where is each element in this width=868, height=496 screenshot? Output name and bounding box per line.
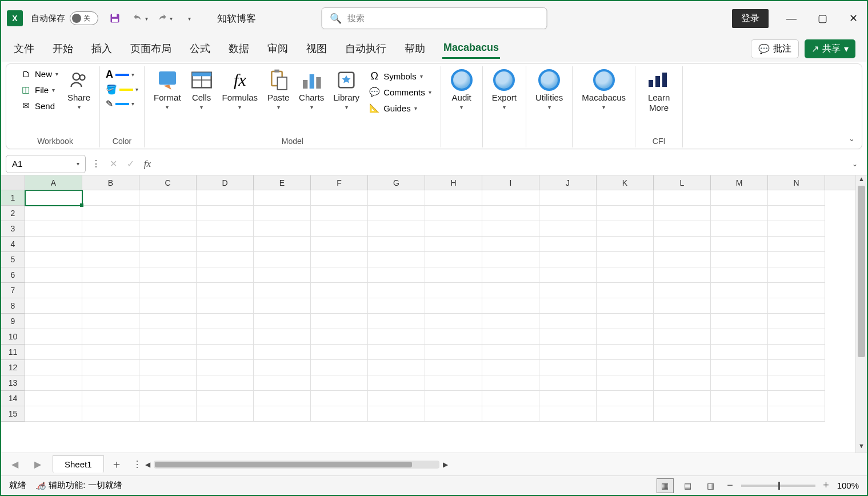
- macabacus-button[interactable]: Macabacus▾: [578, 66, 629, 113]
- cell[interactable]: [482, 206, 539, 221]
- cell[interactable]: [425, 237, 482, 252]
- cell[interactable]: [25, 406, 82, 422]
- cell[interactable]: [25, 237, 82, 252]
- cell[interactable]: [254, 391, 311, 406]
- cell[interactable]: [82, 329, 139, 345]
- cell[interactable]: [482, 237, 539, 252]
- column-header[interactable]: B: [82, 175, 139, 190]
- close-button[interactable]: ✕: [845, 12, 861, 25]
- formula-options[interactable]: ⋮: [89, 158, 103, 169]
- cell[interactable]: [654, 190, 711, 206]
- cell[interactable]: [25, 221, 82, 237]
- cell[interactable]: [25, 391, 82, 406]
- tab-insert[interactable]: 插入: [90, 38, 113, 59]
- column-header[interactable]: F: [311, 175, 368, 190]
- cell[interactable]: [482, 360, 539, 375]
- cell[interactable]: [654, 375, 711, 391]
- insert-function-button[interactable]: fx: [141, 158, 154, 170]
- cell[interactable]: [539, 360, 597, 375]
- cell[interactable]: [197, 206, 254, 221]
- column-header[interactable]: K: [597, 175, 654, 190]
- cell[interactable]: [139, 375, 197, 391]
- file-button[interactable]: ◫File▾: [17, 82, 62, 97]
- cell[interactable]: [25, 267, 82, 283]
- cell[interactable]: [539, 314, 597, 329]
- chevron-down-icon[interactable]: ▾: [145, 15, 148, 22]
- audit-button[interactable]: Audit▾: [447, 66, 477, 113]
- row-header[interactable]: 13: [1, 375, 25, 391]
- cell[interactable]: [482, 406, 539, 422]
- charts-button[interactable]: Charts▾: [295, 66, 327, 113]
- tab-view[interactable]: 视图: [305, 38, 328, 59]
- cell[interactable]: [711, 314, 768, 329]
- cell[interactable]: [311, 267, 368, 283]
- minimize-button[interactable]: —: [783, 13, 799, 25]
- cell[interactable]: [597, 206, 654, 221]
- cell[interactable]: [425, 360, 482, 375]
- cell[interactable]: [768, 190, 825, 206]
- comments-ribbon-button[interactable]: 💬Comments▾: [365, 85, 435, 99]
- chevron-down-icon[interactable]: ▾: [77, 161, 79, 167]
- tab-review[interactable]: 审阅: [266, 38, 289, 59]
- cell[interactable]: [197, 221, 254, 237]
- zoom-out-button[interactable]: −: [725, 479, 735, 491]
- comments-button[interactable]: 💬 批注: [751, 39, 799, 58]
- column-header[interactable]: C: [139, 175, 197, 190]
- cell[interactable]: [768, 314, 825, 329]
- cell[interactable]: [597, 221, 654, 237]
- row-header[interactable]: 11: [1, 345, 25, 360]
- cell[interactable]: [539, 206, 597, 221]
- cell[interactable]: [139, 345, 197, 360]
- share-button[interactable]: ↗ 共享 ▾: [805, 39, 855, 58]
- cell[interactable]: [82, 298, 139, 314]
- format-button[interactable]: Format▾: [150, 66, 185, 113]
- cell[interactable]: [597, 190, 654, 206]
- cell[interactable]: [539, 283, 597, 298]
- cell[interactable]: [368, 391, 425, 406]
- library-button[interactable]: Library▾: [330, 66, 363, 113]
- cell[interactable]: [197, 190, 254, 206]
- cell[interactable]: [654, 406, 711, 422]
- cell[interactable]: [711, 221, 768, 237]
- cell[interactable]: [197, 406, 254, 422]
- cell[interactable]: [25, 190, 82, 206]
- cell[interactable]: [711, 283, 768, 298]
- cell[interactable]: [768, 360, 825, 375]
- cell[interactable]: [711, 237, 768, 252]
- qat-customize[interactable]: ▾: [181, 10, 198, 27]
- cell[interactable]: [82, 190, 139, 206]
- cell[interactable]: [597, 298, 654, 314]
- cell[interactable]: [539, 298, 597, 314]
- cell[interactable]: [768, 267, 825, 283]
- cell[interactable]: [482, 267, 539, 283]
- cell[interactable]: [368, 237, 425, 252]
- cell[interactable]: [82, 360, 139, 375]
- cell[interactable]: [654, 283, 711, 298]
- cell[interactable]: [711, 267, 768, 283]
- cell[interactable]: [139, 206, 197, 221]
- cell[interactable]: [482, 345, 539, 360]
- row-header[interactable]: 6: [1, 267, 25, 283]
- cell[interactable]: [82, 391, 139, 406]
- scroll-down-arrow[interactable]: ▼: [856, 442, 867, 453]
- cell[interactable]: [139, 221, 197, 237]
- row-header[interactable]: 7: [1, 283, 25, 298]
- sheet-tab-active[interactable]: Sheet1: [53, 455, 104, 473]
- cell[interactable]: [254, 375, 311, 391]
- export-button[interactable]: Export▾: [489, 66, 520, 113]
- cell[interactable]: [25, 329, 82, 345]
- cell[interactable]: [311, 190, 368, 206]
- tab-home[interactable]: 开始: [51, 38, 74, 59]
- cell[interactable]: [711, 345, 768, 360]
- share-ribbon-button[interactable]: Share ▾: [64, 66, 94, 113]
- cell[interactable]: [82, 283, 139, 298]
- border-color-button[interactable]: ✎▾: [106, 98, 138, 109]
- cell[interactable]: [711, 206, 768, 221]
- hscroll-right-arrow[interactable]: ▶: [443, 461, 448, 469]
- cell[interactable]: [139, 267, 197, 283]
- zoom-slider[interactable]: [741, 485, 815, 487]
- cell[interactable]: [197, 345, 254, 360]
- cell[interactable]: [368, 221, 425, 237]
- cell[interactable]: [539, 267, 597, 283]
- cell[interactable]: [654, 329, 711, 345]
